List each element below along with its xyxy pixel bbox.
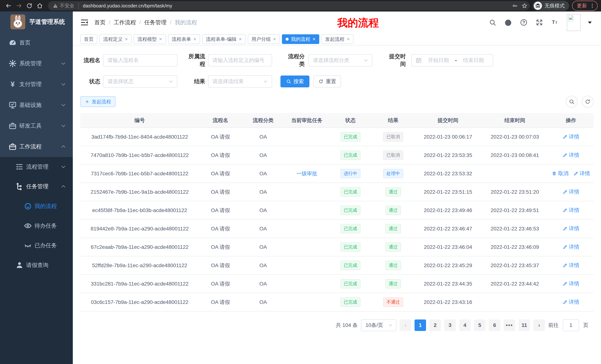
forward-button[interactable] <box>14 0 24 11</box>
sidebar-item-task-management[interactable]: 任务管理 <box>0 177 73 196</box>
page-button-1[interactable]: 1 <box>415 319 426 331</box>
collapse-sidebar-icon[interactable] <box>80 18 89 27</box>
page-button-2[interactable]: 2 <box>429 319 441 331</box>
key-icon[interactable] <box>512 3 518 9</box>
chevron-down-icon[interactable] <box>586 19 594 26</box>
tab-process-definition[interactable]: 流程定义× <box>100 34 131 44</box>
toggle-search-button[interactable] <box>566 96 578 108</box>
detail-link[interactable]: 详情 <box>562 188 579 195</box>
page-button-4[interactable]: 4 <box>459 319 471 331</box>
detail-link[interactable]: 详情 <box>562 207 579 214</box>
sidebar-item-process-management[interactable]: 流程管理 <box>0 157 73 177</box>
cell-end-time: 2022-01-23 00:07:03 <box>481 128 548 146</box>
detail-link[interactable]: 详情 <box>562 225 579 232</box>
tab-process-form-edit[interactable]: 流程表单-编辑× <box>202 34 246 44</box>
close-icon[interactable]: × <box>193 37 196 42</box>
search-button[interactable]: 搜索 <box>280 76 310 87</box>
sidebar-item-my-process[interactable]: 我的流程 <box>0 196 73 216</box>
bookmark-star-icon[interactable] <box>521 3 527 9</box>
cancel-link[interactable]: 取消 <box>552 170 569 177</box>
tab-user-group[interactable]: 用户分组× <box>248 34 280 44</box>
detail-link[interactable]: 详情 <box>562 280 579 287</box>
jump-page-input[interactable] <box>563 319 579 331</box>
process-category-label: 流程分类 <box>283 53 305 68</box>
cell-result: 通过 <box>372 238 415 256</box>
tab-process-model[interactable]: 流程模型× <box>134 34 166 44</box>
broken-image-icon <box>568 15 573 21</box>
back-button[interactable] <box>3 0 14 11</box>
task-link[interactable]: 一级审批 <box>296 171 317 176</box>
refresh-table-button[interactable] <box>582 96 594 108</box>
sidebar-item-leave-query[interactable]: 请假查询 <box>0 255 73 275</box>
breadcrumb-item[interactable]: 任务管理 <box>144 19 167 26</box>
page-button-5[interactable]: 5 <box>474 319 485 331</box>
submit-time-range-picker[interactable]: 开始日期 - 结束日期 <box>411 54 493 67</box>
sidebar-item-home[interactable]: 首页 <box>0 32 73 53</box>
sidebar-filler <box>0 275 73 364</box>
close-icon[interactable]: × <box>347 37 350 42</box>
process-name-input[interactable] <box>103 54 177 67</box>
help-icon[interactable] <box>520 19 527 26</box>
sidebar-item-workflow[interactable]: 工作流程 <box>0 136 73 157</box>
detail-link[interactable]: 详情 <box>573 170 590 177</box>
cell-task <box>285 146 329 164</box>
fullscreen-icon[interactable] <box>536 19 543 26</box>
close-icon[interactable]: × <box>312 37 315 42</box>
topbar: 首页/工作流程/任务管理/我的流程 我的流程 TT <box>73 11 601 33</box>
detail-link[interactable]: 详情 <box>562 243 579 250</box>
app-logo[interactable]: 芋道管理系统 <box>0 11 73 32</box>
detail-link[interactable]: 详情 <box>562 152 579 159</box>
sidebar-item-todo-tasks[interactable]: 待办任务 <box>0 216 73 236</box>
process-definition-input[interactable] <box>208 54 272 67</box>
breadcrumb-item[interactable]: 工作流程 <box>114 19 136 26</box>
tab-home[interactable]: 首页 <box>80 34 97 44</box>
sidebar-item-done-tasks[interactable]: 已办任务 <box>0 236 73 255</box>
column-header: 结果 <box>372 113 415 128</box>
menu-dots-icon[interactable] <box>590 3 595 9</box>
detail-link[interactable]: 详情 <box>562 262 579 269</box>
prev-page-button[interactable]: ‹ <box>400 319 411 331</box>
search-icon[interactable] <box>489 19 496 26</box>
page-size-select[interactable]: 10条/页 <box>361 319 396 331</box>
page-button-6[interactable]: 6 <box>489 319 500 331</box>
status-badge: 已完成 <box>341 187 361 196</box>
chevron-down-icon <box>60 102 67 108</box>
tab-my-process[interactable]: 我的流程× <box>282 34 319 44</box>
update-button[interactable]: 更新 <box>572 1 598 11</box>
sidebar-item-label: 系统管理 <box>19 60 42 67</box>
sidebar-item-dev-tools[interactable]: 研发工具 <box>0 115 73 136</box>
page-button-3[interactable]: 3 <box>444 319 456 331</box>
close-icon[interactable]: × <box>239 37 242 42</box>
tab-process-form[interactable]: 流程表单× <box>168 34 200 44</box>
detail-link[interactable]: 详情 <box>562 133 579 140</box>
close-icon[interactable]: × <box>273 37 276 42</box>
reset-button[interactable]: 重置 <box>313 76 341 87</box>
avatar[interactable] <box>567 14 581 31</box>
result-select[interactable]: 请选择流结果 <box>208 75 272 87</box>
breadcrumb-item[interactable]: 首页 <box>94 19 105 26</box>
tab-start-process[interactable]: 发起流程× <box>321 34 353 44</box>
address-bar[interactable]: 不安全 dashboard.yudao.iocoder.cn/bpm/task/… <box>48 1 530 10</box>
home-button[interactable] <box>35 0 45 11</box>
cell-end-time: 2022-01-22 23:46:53 <box>481 220 548 238</box>
github-icon[interactable] <box>504 19 512 26</box>
reload-button[interactable] <box>24 0 35 11</box>
status-badge: 进行中 <box>341 169 361 178</box>
cell-category: OA <box>242 201 285 220</box>
page-button-...[interactable]: ••• <box>504 319 515 331</box>
jump-suffix: 页 <box>583 322 588 329</box>
close-icon[interactable]: × <box>159 37 162 42</box>
process-category-select[interactable]: 请选择流程分类 <box>309 54 372 67</box>
sidebar-item-label: 我的流程 <box>35 202 57 210</box>
sidebar-item-infrastructure[interactable]: 基础设施 <box>0 95 73 115</box>
security-warning[interactable]: 不安全 <box>53 3 79 9</box>
close-icon[interactable]: × <box>125 37 128 42</box>
sidebar-item-system-management[interactable]: 系统管理 <box>0 53 73 74</box>
start-process-button[interactable]: 发起流程 <box>80 96 116 107</box>
status-select[interactable]: 请选择状态 <box>103 75 177 87</box>
font-size-icon[interactable]: TT <box>551 19 559 26</box>
detail-link[interactable]: 详情 <box>562 298 579 306</box>
sidebar-item-payment-management[interactable]: ¥支付管理 <box>0 74 73 95</box>
page-button-11[interactable]: 11 <box>519 319 530 331</box>
next-page-button[interactable]: › <box>533 319 545 331</box>
